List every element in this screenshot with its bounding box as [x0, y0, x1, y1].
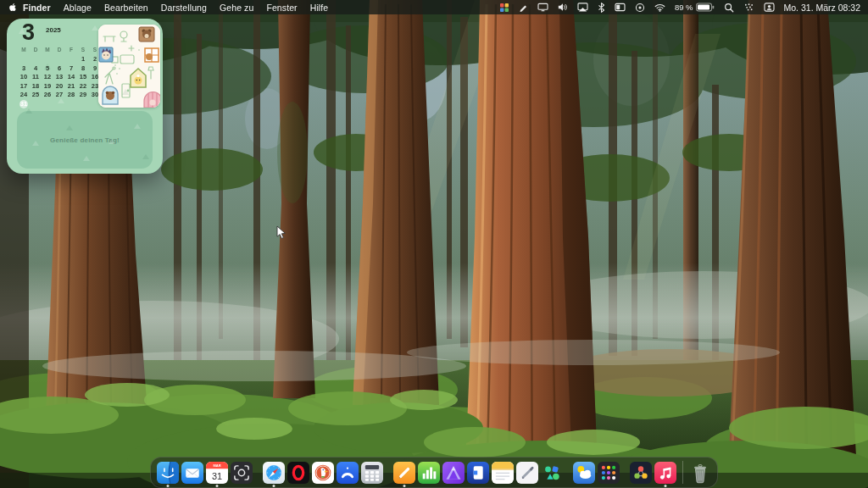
battery-status[interactable]: 89 %: [675, 3, 715, 12]
now-playing-status-icon[interactable]: [635, 3, 645, 13]
dock-notes[interactable]: [492, 462, 514, 484]
menu-bar-clock[interactable]: Mo. 31. März 08:32: [784, 3, 860, 13]
dock-opera[interactable]: [287, 462, 309, 484]
dock-numbers[interactable]: [418, 462, 440, 484]
calendar-day-13: 13: [53, 73, 65, 82]
calendar-day-21: 21: [65, 82, 77, 92]
window-manager-status-icon[interactable]: [615, 3, 626, 12]
dock-blue-document-app[interactable]: [467, 462, 489, 484]
dock-safari[interactable]: [263, 462, 285, 484]
user-switch-status-icon[interactable]: [764, 3, 775, 12]
calendar-day-empty: [42, 55, 53, 64]
pen-status-icon[interactable]: [519, 3, 528, 12]
purple-design-app-icon: [442, 462, 465, 484]
trash-icon: [689, 462, 711, 484]
bluetooth-status-icon[interactable]: [598, 3, 605, 13]
day-of-week-header: D: [53, 45, 65, 55]
spotlight-icon[interactable]: [724, 3, 734, 13]
menu-list: FinderAblageBearbeitenDarstellungGehe zu…: [23, 3, 328, 13]
screenshot-app-icon: [231, 462, 253, 484]
calendar-day-empty: [65, 55, 77, 64]
dock-orion-browser[interactable]: [337, 462, 359, 484]
menu-fenster[interactable]: Fenster: [266, 3, 297, 13]
dock-purple-design-app[interactable]: [442, 462, 465, 484]
day-of-week-header: M: [42, 45, 53, 55]
battery-percent: 89 %: [675, 3, 693, 12]
colorful-app-grid-icon[interactable]: [499, 3, 509, 13]
day-of-week-header: S: [77, 45, 89, 55]
menu-finder[interactable]: Finder: [23, 3, 51, 13]
calendar-day-5: 5: [42, 64, 53, 74]
opera-icon: [287, 462, 309, 484]
dock-duckduckgo[interactable]: [312, 462, 334, 484]
display-status-icon[interactable]: [537, 3, 548, 12]
calendar-day-empty: [53, 100, 65, 109]
calendar-day-28: 28: [65, 91, 77, 100]
shapes-stickers-app-icon: [541, 462, 563, 484]
calendar-day-empty: [30, 100, 42, 109]
orion-browser-icon: [337, 462, 359, 484]
menu-darstellung[interactable]: Darstellung: [161, 3, 207, 13]
blue-document-app-icon: [467, 462, 489, 484]
dock-calculator[interactable]: [361, 462, 383, 484]
calendar-widget[interactable]: 3 2025 MDMDFSS12345678910111213141516171…: [7, 19, 163, 174]
running-indicator: [167, 485, 170, 487]
calendar-day-22: 22: [77, 82, 89, 92]
dots-grid-status-icon[interactable]: [743, 3, 754, 12]
calendar-day-11: 11: [30, 73, 42, 82]
apple-menu-icon[interactable]: [8, 2, 18, 13]
running-indicator: [216, 485, 219, 487]
menu-gehe-zu[interactable]: Gehe zu: [220, 3, 253, 13]
calendar-day-19: 19: [42, 82, 53, 92]
widget-month: 3: [22, 19, 35, 46]
dock-screenshot-app[interactable]: [231, 462, 253, 484]
dock-divider: [682, 461, 683, 484]
calendar-day-15: 15: [77, 73, 89, 82]
menu-bearbeiten[interactable]: Bearbeiten: [104, 3, 148, 13]
dock-trash[interactable]: [689, 462, 711, 484]
numbers-icon: [418, 462, 440, 484]
dock-calendar[interactable]: MÄR 31: [206, 462, 228, 484]
dock-pages[interactable]: [393, 462, 415, 484]
calendar-day-7: 7: [65, 64, 77, 74]
dock-shapes-stickers-app[interactable]: [541, 462, 563, 484]
dock-text-editor-app[interactable]: [516, 462, 538, 484]
widget-message: Genieße deinen Tag!: [50, 136, 120, 144]
dock-music[interactable]: [654, 462, 676, 484]
dock-launchpad[interactable]: [598, 462, 620, 484]
music-icon: [654, 462, 676, 484]
davinci-resolve-icon: [630, 462, 652, 484]
calendar-day-empty: [53, 55, 65, 64]
text-editor-app-icon: [516, 462, 538, 484]
running-indicator: [665, 485, 667, 487]
calendar-day-1: 1: [77, 55, 89, 64]
svg-text:31: 31: [212, 470, 222, 480]
widget-illustration: [98, 25, 160, 108]
launchpad-icon: [598, 462, 620, 484]
calendar-icon: MÄR 31: [206, 462, 228, 484]
battery-icon: [696, 3, 715, 12]
calendar-day-4: 4: [30, 64, 42, 74]
widget-year: 2025: [46, 26, 61, 34]
dock-mail[interactable]: [181, 462, 203, 484]
calendar-day-20: 20: [53, 82, 65, 92]
menu-bar: FinderAblageBearbeitenDarstellungGehe zu…: [0, 0, 868, 14]
dock-finder[interactable]: [157, 462, 179, 484]
pages-icon: [393, 462, 415, 484]
widget-message-panel: Genieße deinen Tag!: [17, 111, 153, 169]
calendar-grid: MDMDFSS123456789101112131415161718192021…: [18, 45, 101, 108]
calendar-day-25: 25: [30, 91, 42, 100]
running-indicator: [403, 485, 406, 487]
dock-davinci-resolve[interactable]: [630, 462, 652, 484]
calendar-day-26: 26: [42, 91, 53, 100]
calendar-day-31: 31: [19, 100, 29, 109]
menu-ablage[interactable]: Ablage: [64, 3, 92, 13]
dock-weather[interactable]: [573, 462, 595, 484]
screen-mirroring-status-icon[interactable]: [577, 3, 588, 12]
svg-text:MÄR: MÄR: [213, 463, 220, 468]
wifi-status-icon[interactable]: [654, 3, 665, 12]
menu-hilfe[interactable]: Hilfe: [310, 3, 329, 13]
volume-status-icon[interactable]: [558, 3, 568, 12]
dock: MÄR 31: [150, 457, 718, 488]
safari-icon: [263, 462, 285, 484]
